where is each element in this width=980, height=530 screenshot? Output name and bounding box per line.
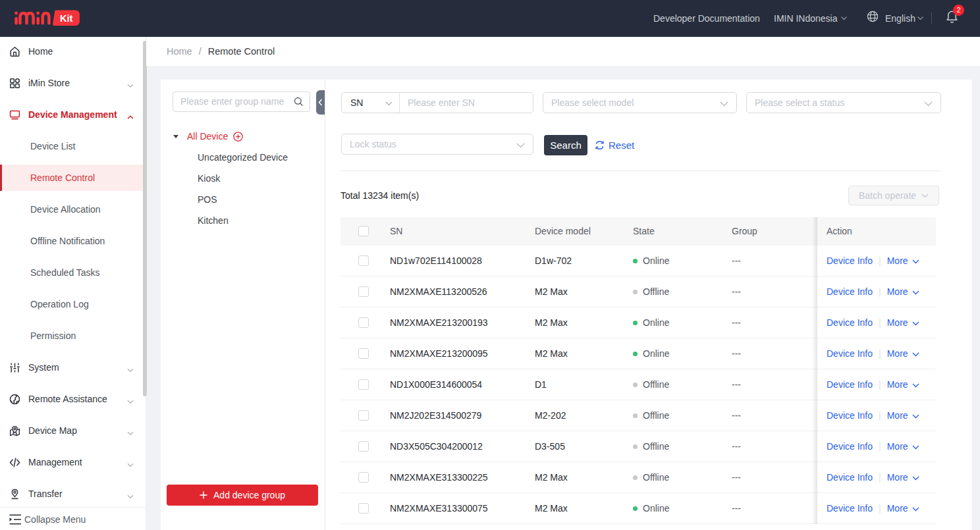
svg-text:Kit: Kit	[60, 13, 73, 24]
